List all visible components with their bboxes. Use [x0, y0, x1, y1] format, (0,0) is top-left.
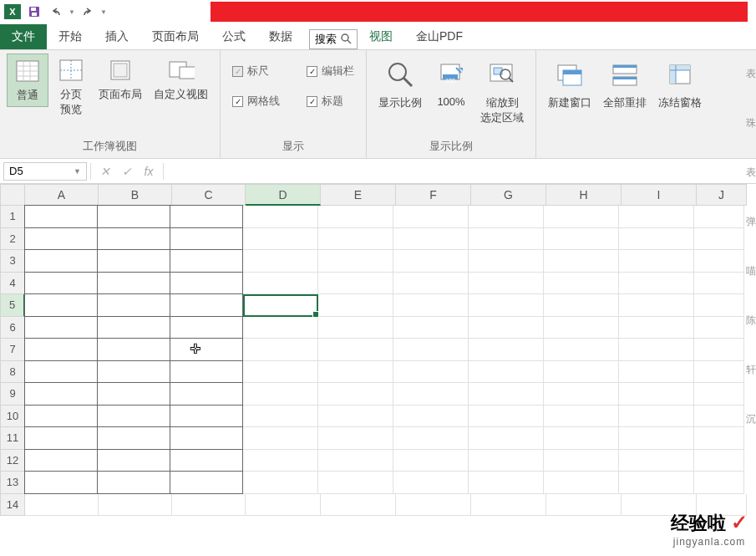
cell-D11[interactable] — [243, 427, 318, 450]
cell-J2[interactable] — [694, 228, 744, 251]
cell-H3[interactable] — [544, 250, 619, 273]
cell-E11[interactable] — [318, 427, 393, 450]
cell-E2[interactable] — [318, 228, 393, 251]
cell-D2[interactable] — [243, 228, 318, 251]
column-header-G[interactable]: G — [471, 184, 546, 206]
cell-J3[interactable] — [694, 250, 744, 273]
cell-I3[interactable] — [619, 250, 694, 273]
row-header-7[interactable]: 7 — [0, 339, 25, 361]
tab-insert[interactable]: 插入 — [94, 24, 140, 49]
name-box[interactable]: D5 ▼ — [3, 162, 87, 181]
cell-A13[interactable] — [24, 471, 98, 494]
cancel-icon[interactable]: ✕ — [94, 162, 116, 181]
cell-D1[interactable] — [243, 206, 318, 228]
cell-D9[interactable] — [243, 383, 318, 406]
cell-D7[interactable] — [243, 339, 318, 361]
cell-F1[interactable] — [393, 206, 469, 228]
arrange-all-button[interactable]: 全部重排 — [598, 54, 652, 114]
cell-H9[interactable] — [544, 383, 619, 406]
cell-E13[interactable] — [318, 472, 393, 494]
enter-icon[interactable]: ✓ — [116, 162, 138, 181]
cell-I6[interactable] — [619, 317, 694, 339]
cell-G14[interactable] — [471, 494, 546, 517]
row-header-8[interactable]: 8 — [0, 361, 25, 384]
cell-C6[interactable] — [170, 316, 243, 339]
fx-icon[interactable]: fx — [138, 162, 160, 181]
cell-G4[interactable] — [469, 273, 544, 295]
redo-dropdown-icon[interactable]: ▼ — [100, 8, 107, 16]
search-box[interactable]: 搜索 — [309, 29, 358, 49]
cell-A3[interactable] — [24, 249, 98, 273]
cell-H14[interactable] — [546, 494, 622, 517]
cell-F9[interactable] — [393, 383, 469, 406]
cell-F10[interactable] — [393, 406, 469, 428]
cell-G13[interactable] — [469, 472, 544, 494]
cell-C12[interactable] — [170, 449, 243, 472]
cell-A6[interactable] — [24, 316, 98, 339]
column-header-I[interactable]: I — [622, 184, 697, 206]
cell-H1[interactable] — [544, 206, 619, 228]
cell-J7[interactable] — [694, 339, 744, 361]
undo-dropdown-icon[interactable]: ▼ — [68, 8, 75, 16]
new-window-button[interactable]: 新建窗口 — [543, 54, 596, 114]
cell-E6[interactable] — [318, 317, 393, 339]
cell-C8[interactable] — [170, 360, 243, 384]
zoom-100-button[interactable]: 100 100% — [429, 54, 474, 111]
row-header-12[interactable]: 12 — [0, 450, 25, 472]
row-header-13[interactable]: 13 — [0, 472, 25, 494]
name-box-dropdown-icon[interactable]: ▼ — [74, 167, 81, 176]
row-header-10[interactable]: 10 — [0, 406, 25, 428]
cell-A8[interactable] — [24, 360, 98, 384]
cell-B6[interactable] — [97, 316, 170, 339]
cell-I1[interactable] — [619, 206, 694, 228]
cell-F6[interactable] — [393, 317, 469, 339]
cell-B9[interactable] — [97, 382, 170, 406]
cell-F4[interactable] — [393, 273, 469, 295]
page-break-button[interactable]: 分页 预览 — [50, 54, 92, 120]
cell-A11[interactable] — [24, 426, 98, 450]
cell-F7[interactable] — [393, 339, 469, 361]
cell-B11[interactable] — [97, 426, 170, 450]
cell-C13[interactable] — [170, 471, 243, 494]
row-header-4[interactable]: 4 — [0, 273, 25, 295]
column-header-F[interactable]: F — [396, 184, 471, 206]
cell-F13[interactable] — [393, 472, 469, 494]
undo-icon[interactable] — [47, 3, 65, 21]
cell-C9[interactable] — [170, 382, 243, 406]
cell-B2[interactable] — [97, 227, 170, 251]
cell-E9[interactable] — [318, 383, 393, 406]
cell-E4[interactable] — [318, 273, 393, 295]
tab-home[interactable]: 开始 — [47, 24, 94, 49]
cell-G12[interactable] — [469, 450, 544, 472]
cell-E8[interactable] — [318, 361, 393, 384]
cell-B14[interactable] — [99, 494, 172, 517]
cell-H11[interactable] — [544, 427, 619, 450]
cell-B4[interactable] — [97, 272, 170, 295]
cell-D10[interactable] — [243, 406, 318, 428]
cell-H2[interactable] — [544, 228, 619, 251]
tab-file[interactable]: 文件 — [0, 24, 47, 49]
cell-D5[interactable] — [243, 294, 318, 317]
cell-A2[interactable] — [24, 227, 98, 251]
cell-A9[interactable] — [24, 382, 98, 406]
cell-G6[interactable] — [469, 317, 544, 339]
cell-E12[interactable] — [318, 450, 393, 472]
cell-G3[interactable] — [469, 250, 544, 273]
column-header-A[interactable]: A — [25, 184, 99, 206]
cell-I8[interactable] — [619, 361, 694, 384]
cell-I7[interactable] — [619, 339, 694, 361]
row-header-9[interactable]: 9 — [0, 383, 25, 406]
cell-C2[interactable] — [170, 227, 243, 251]
cell-I12[interactable] — [619, 450, 694, 472]
row-header-11[interactable]: 11 — [0, 427, 25, 450]
cell-J5[interactable] — [694, 294, 744, 317]
cell-I13[interactable] — [619, 472, 694, 494]
cell-G9[interactable] — [469, 383, 544, 406]
cell-C10[interactable] — [170, 405, 243, 428]
cell-F3[interactable] — [393, 250, 469, 273]
cell-E14[interactable] — [321, 494, 396, 517]
tab-wps-pdf[interactable]: 金山PDF — [404, 24, 474, 49]
formula-input[interactable] — [167, 162, 753, 181]
headings-checkbox[interactable]: 标题 — [305, 90, 356, 112]
cell-J12[interactable] — [694, 450, 744, 472]
